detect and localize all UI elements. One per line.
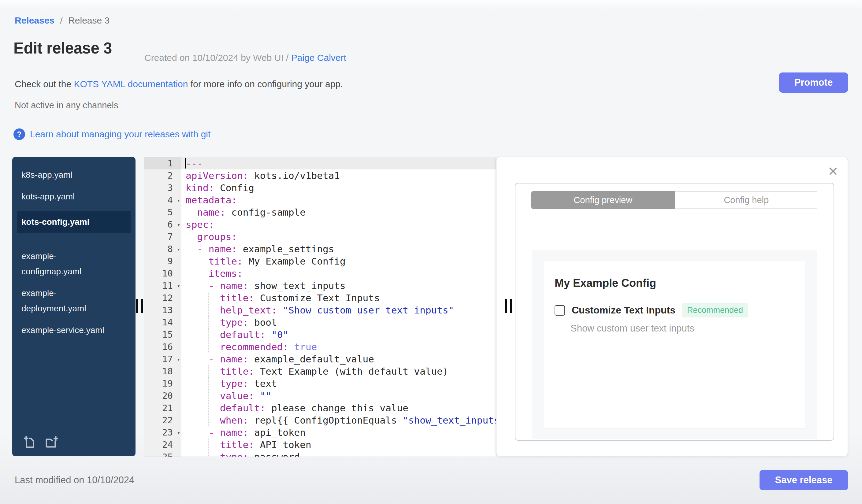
close-icon[interactable]: ✕ (828, 165, 838, 178)
line-number: 19 (144, 377, 181, 389)
code-line[interactable]: 19 type: text (144, 377, 496, 389)
line-number: 3 (144, 182, 181, 194)
indent-guide (208, 341, 209, 353)
fold-arrow-icon[interactable]: ▾ (177, 280, 180, 292)
code-text: recommended: true (181, 341, 496, 353)
breadcrumb: Releases / Release 3 (15, 15, 109, 26)
code-line[interactable]: 15 default: "0" (144, 329, 496, 341)
line-number: 5 (144, 206, 181, 218)
line-number: 17▾ (144, 353, 181, 365)
fold-arrow-icon[interactable]: ▾ (177, 219, 180, 231)
created-info: Created on 10/10/2024 by Web UI / Paige … (144, 53, 346, 63)
text-cursor (185, 158, 186, 169)
code-line[interactable]: 8▾ - name: example_settings (144, 243, 496, 255)
code-line[interactable]: 17▾ - name: example_default_value (144, 353, 496, 365)
folder-plus-icon[interactable] (45, 435, 59, 449)
file-list: k8s-app.yamlkots-app.yamlkots-config.yam… (12, 157, 135, 338)
line-number: 21 (144, 402, 181, 414)
code-line[interactable]: 23▾ - name: api_token (144, 426, 496, 439)
created-text: Created on 10/10/2024 by Web UI / (144, 53, 291, 63)
doc-hint-suffix: for more info on configuring your app. (188, 79, 343, 89)
editor-panel-splitter-handle[interactable] (505, 299, 512, 313)
code-text: groups: (181, 230, 496, 243)
line-number: 6▾ (144, 218, 181, 230)
code-line[interactable]: 22 when: repl{{ ConfigOptionEquals "show… (144, 414, 496, 426)
line-number: 22 (144, 414, 181, 426)
fold-arrow-icon[interactable]: ▾ (177, 194, 180, 207)
file-item-example-deployment.yaml[interactable]: example-deployment.yaml (12, 286, 110, 316)
indent-guide (208, 377, 209, 389)
line-number: 16 (144, 341, 181, 353)
yaml-code-editor[interactable]: 1---2apiVersion: kots.io/v1beta13kind: C… (144, 157, 496, 457)
code-line[interactable]: 18 title: Text Example (with default val… (144, 365, 496, 377)
fold-arrow-icon[interactable]: ▾ (177, 353, 180, 366)
file-item-example-service.yaml[interactable]: example-service.yaml (12, 323, 110, 338)
config-item-label: Customize Text Inputs (572, 305, 676, 316)
sidebar-editor-splitter-handle[interactable] (136, 299, 143, 313)
indent-guide (208, 439, 209, 451)
code-line[interactable]: 4▾metadata: (144, 194, 496, 206)
fold-arrow-icon[interactable]: ▾ (177, 243, 180, 255)
line-number: 18 (144, 365, 181, 377)
kots-yaml-doc-link[interactable]: KOTS YAML documentation (74, 79, 188, 89)
file-item-example-configmap.yaml[interactable]: example-configmap.yaml (12, 249, 110, 279)
file-item-k8s-app.yaml[interactable]: k8s-app.yaml (12, 167, 110, 183)
git-releases-link[interactable]: Learn about managing your releases with … (30, 129, 210, 140)
question-icon: ? (13, 129, 25, 140)
indent-guide (208, 316, 209, 329)
code-line[interactable]: 11▾ - name: show_text_inputs (144, 279, 496, 292)
code-text: --- (181, 157, 496, 170)
promote-button[interactable]: Promote (779, 72, 848, 93)
line-number: 2 (144, 170, 181, 182)
code-line[interactable]: 25 type: password (144, 451, 496, 457)
code-text: help_text: "Show custom user text inputs… (181, 304, 496, 316)
author-link[interactable]: Paige Calvert (291, 53, 346, 63)
code-line[interactable]: 5 name: config-sample (144, 206, 496, 218)
code-text: default: "0" (181, 329, 496, 341)
line-number: 1 (144, 157, 181, 170)
code-line[interactable]: 21 default: please change this value (144, 402, 496, 414)
code-line[interactable]: 14 type: bool (144, 316, 496, 329)
code-line[interactable]: 7 groups: (144, 230, 496, 243)
code-line[interactable]: 6▾spec: (144, 218, 496, 230)
code-line[interactable]: 13 help_text: "Show custom user text inp… (144, 304, 496, 316)
code-text: metadata: (181, 194, 496, 206)
code-line[interactable]: 20 value: "" (144, 389, 496, 402)
line-number: 13 (144, 304, 181, 316)
git-help-row: ? Learn about managing your releases wit… (13, 129, 210, 140)
recommended-badge: Recommended (682, 303, 748, 317)
splitter-bar (510, 299, 512, 313)
file-item-kots-app.yaml[interactable]: kots-app.yaml (12, 189, 110, 204)
config-item-help-text: Show custom user text inputs (571, 323, 806, 334)
customize-text-inputs-checkbox[interactable] (554, 305, 565, 316)
channel-status: Not active in any channels (15, 100, 118, 110)
code-line[interactable]: 16 recommended: true (144, 341, 496, 353)
line-number: 23▾ (144, 426, 181, 439)
breadcrumb-releases-link[interactable]: Releases (15, 15, 54, 25)
code-text: value: "" (181, 389, 496, 402)
tab-config-help[interactable]: Config help (675, 191, 819, 209)
code-text: title: API token (181, 439, 496, 451)
indent-guide (208, 329, 209, 341)
code-line[interactable]: 1--- (144, 157, 496, 170)
code-line[interactable]: 9 title: My Example Config (144, 255, 496, 267)
fold-arrow-icon[interactable]: ▾ (177, 427, 180, 439)
tab-config-preview[interactable]: Config preview (531, 191, 675, 209)
code-text: items: (181, 267, 496, 279)
code-line[interactable]: 2apiVersion: kots.io/v1beta1 (144, 170, 496, 182)
breadcrumb-current: Release 3 (68, 15, 109, 25)
doc-hint-prefix: Check out the (15, 79, 74, 89)
line-number: 25 (144, 451, 181, 457)
code-line[interactable]: 3kind: Config (144, 182, 496, 194)
line-number: 8▾ (144, 243, 181, 255)
line-number: 14 (144, 316, 181, 329)
file-plus-icon[interactable] (23, 435, 37, 449)
save-release-button[interactable]: Save release (759, 470, 848, 490)
code-line[interactable]: 10 items: (144, 267, 496, 279)
code-line[interactable]: 12 title: Customize Text Inputs (144, 292, 496, 304)
code-line[interactable]: 24 title: API token (144, 439, 496, 451)
line-number: 12 (144, 292, 181, 304)
file-item-kots-config.yaml[interactable]: kots-config.yaml (17, 211, 131, 233)
code-text: - name: show_text_inputs (181, 279, 496, 292)
line-number: 7 (144, 230, 181, 243)
